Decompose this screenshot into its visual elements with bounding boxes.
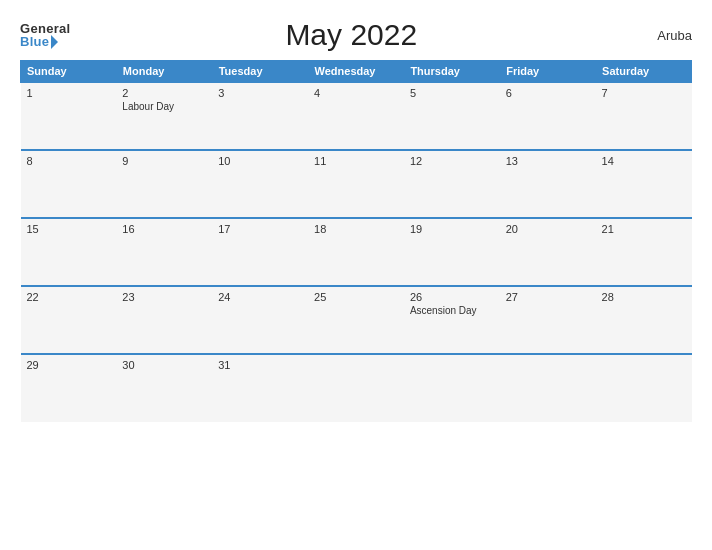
header: General Blue May 2022 Aruba xyxy=(20,18,692,52)
cell-day-number: 29 xyxy=(27,359,111,371)
cell-day-number: 11 xyxy=(314,155,398,167)
calendar-cell: 22 xyxy=(21,286,117,354)
logo-triangle-icon xyxy=(51,35,58,49)
header-monday: Monday xyxy=(116,61,212,83)
cell-day-number: 7 xyxy=(602,87,686,99)
calendar-cell: 30 xyxy=(116,354,212,422)
calendar-cell: 31 xyxy=(212,354,308,422)
calendar-cell: 13 xyxy=(500,150,596,218)
calendar-cell xyxy=(308,354,404,422)
calendar-cell: 24 xyxy=(212,286,308,354)
cell-day-number: 26 xyxy=(410,291,494,303)
calendar-cell: 5 xyxy=(404,82,500,150)
cell-day-number: 13 xyxy=(506,155,590,167)
calendar-cell: 17 xyxy=(212,218,308,286)
cell-day-number: 2 xyxy=(122,87,206,99)
calendar-cell: 25 xyxy=(308,286,404,354)
calendar-cell: 11 xyxy=(308,150,404,218)
calendar-cell: 29 xyxy=(21,354,117,422)
cell-day-number: 15 xyxy=(27,223,111,235)
header-wednesday: Wednesday xyxy=(308,61,404,83)
calendar-cell: 16 xyxy=(116,218,212,286)
calendar-week-row: 15161718192021 xyxy=(21,218,692,286)
calendar-cell: 1 xyxy=(21,82,117,150)
cell-day-number: 6 xyxy=(506,87,590,99)
cell-day-number: 28 xyxy=(602,291,686,303)
page: General Blue May 2022 Aruba Sunday Monda… xyxy=(0,0,712,550)
calendar-cell: 27 xyxy=(500,286,596,354)
calendar-cell: 3 xyxy=(212,82,308,150)
cell-day-number: 4 xyxy=(314,87,398,99)
calendar-cell: 28 xyxy=(596,286,692,354)
calendar-table: Sunday Monday Tuesday Wednesday Thursday… xyxy=(20,60,692,422)
cell-day-number: 1 xyxy=(27,87,111,99)
cell-day-number: 21 xyxy=(602,223,686,235)
cell-day-number: 8 xyxy=(27,155,111,167)
calendar-cell: 20 xyxy=(500,218,596,286)
cell-day-number: 17 xyxy=(218,223,302,235)
header-thursday: Thursday xyxy=(404,61,500,83)
cell-day-number: 19 xyxy=(410,223,494,235)
calendar-week-row: 2223242526Ascension Day2728 xyxy=(21,286,692,354)
cell-day-number: 18 xyxy=(314,223,398,235)
calendar-cell xyxy=(596,354,692,422)
calendar-cell: 4 xyxy=(308,82,404,150)
calendar-cell: 19 xyxy=(404,218,500,286)
calendar-cell: 23 xyxy=(116,286,212,354)
calendar-cell: 6 xyxy=(500,82,596,150)
calendar-cell: 7 xyxy=(596,82,692,150)
cell-day-number: 25 xyxy=(314,291,398,303)
cell-day-number: 12 xyxy=(410,155,494,167)
cell-day-number: 5 xyxy=(410,87,494,99)
country-label: Aruba xyxy=(632,28,692,43)
calendar-week-row: 12Labour Day34567 xyxy=(21,82,692,150)
calendar-cell xyxy=(500,354,596,422)
cell-event-label: Labour Day xyxy=(122,101,206,112)
calendar-cell: 14 xyxy=(596,150,692,218)
cell-day-number: 30 xyxy=(122,359,206,371)
cell-event-label: Ascension Day xyxy=(410,305,494,316)
calendar-header-row: Sunday Monday Tuesday Wednesday Thursday… xyxy=(21,61,692,83)
header-saturday: Saturday xyxy=(596,61,692,83)
calendar-cell: 10 xyxy=(212,150,308,218)
calendar-cell xyxy=(404,354,500,422)
calendar-week-row: 293031 xyxy=(21,354,692,422)
cell-day-number: 24 xyxy=(218,291,302,303)
cell-day-number: 16 xyxy=(122,223,206,235)
cell-day-number: 31 xyxy=(218,359,302,371)
calendar-cell: 18 xyxy=(308,218,404,286)
header-tuesday: Tuesday xyxy=(212,61,308,83)
cell-day-number: 3 xyxy=(218,87,302,99)
cell-day-number: 9 xyxy=(122,155,206,167)
calendar-title: May 2022 xyxy=(71,18,632,52)
calendar-cell: 12 xyxy=(404,150,500,218)
header-sunday: Sunday xyxy=(21,61,117,83)
calendar-cell: 21 xyxy=(596,218,692,286)
cell-day-number: 10 xyxy=(218,155,302,167)
cell-day-number: 14 xyxy=(602,155,686,167)
calendar-week-row: 891011121314 xyxy=(21,150,692,218)
cell-day-number: 20 xyxy=(506,223,590,235)
logo-blue-text: Blue xyxy=(20,35,58,48)
header-friday: Friday xyxy=(500,61,596,83)
calendar-cell: 26Ascension Day xyxy=(404,286,500,354)
cell-day-number: 22 xyxy=(27,291,111,303)
calendar-cell: 2Labour Day xyxy=(116,82,212,150)
calendar-cell: 15 xyxy=(21,218,117,286)
cell-day-number: 27 xyxy=(506,291,590,303)
calendar-cell: 9 xyxy=(116,150,212,218)
calendar-cell: 8 xyxy=(21,150,117,218)
cell-day-number: 23 xyxy=(122,291,206,303)
logo: General Blue xyxy=(20,22,71,48)
